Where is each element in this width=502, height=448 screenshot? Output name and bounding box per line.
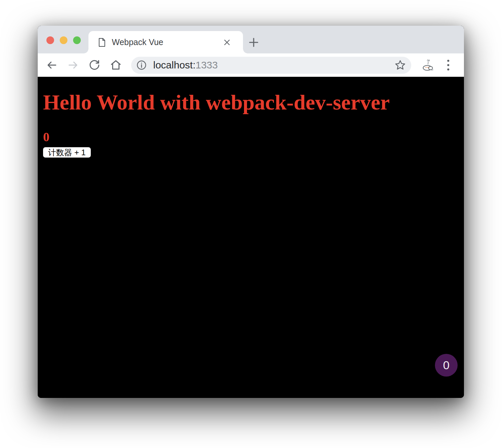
window-zoom-button[interactable] bbox=[73, 36, 81, 44]
tab-title: Webpack Vue bbox=[112, 37, 222, 47]
url-port: 1333 bbox=[196, 59, 218, 70]
page-content: Hello World with webpack-dev-server 0 计数… bbox=[38, 77, 464, 398]
page-heading: Hello World with webpack-dev-server bbox=[43, 91, 459, 114]
browser-tab[interactable]: Webpack Vue bbox=[88, 31, 243, 53]
address-bar[interactable]: localhost:1333 bbox=[131, 57, 411, 74]
browser-window: Webpack Vue bbox=[38, 26, 464, 398]
bookmark-star-icon[interactable] bbox=[395, 59, 406, 71]
site-info-icon[interactable] bbox=[137, 60, 147, 70]
tab-close-icon[interactable] bbox=[222, 37, 232, 48]
window-close-button[interactable] bbox=[46, 36, 54, 44]
floating-count-badge[interactable]: 0 bbox=[435, 354, 458, 377]
home-icon[interactable] bbox=[110, 59, 122, 71]
new-tab-button[interactable] bbox=[248, 37, 259, 48]
window-minimize-button[interactable] bbox=[60, 36, 67, 44]
back-icon[interactable] bbox=[46, 59, 58, 71]
forward-icon[interactable] bbox=[67, 59, 79, 71]
counter-value: 0 bbox=[43, 130, 459, 144]
browser-toolbar: localhost:1333 bbox=[38, 53, 464, 77]
reload-icon[interactable] bbox=[88, 59, 100, 71]
counter-increment-button[interactable]: 计数器 + 1 bbox=[43, 147, 91, 158]
tab-strip: Webpack Vue bbox=[38, 26, 464, 53]
traffic-lights bbox=[46, 36, 81, 44]
browser-menu-icon[interactable] bbox=[443, 58, 453, 72]
page-icon bbox=[98, 38, 106, 47]
url-text: localhost:1333 bbox=[153, 59, 391, 71]
extension-icon[interactable] bbox=[421, 58, 435, 72]
url-host: localhost: bbox=[153, 59, 196, 70]
